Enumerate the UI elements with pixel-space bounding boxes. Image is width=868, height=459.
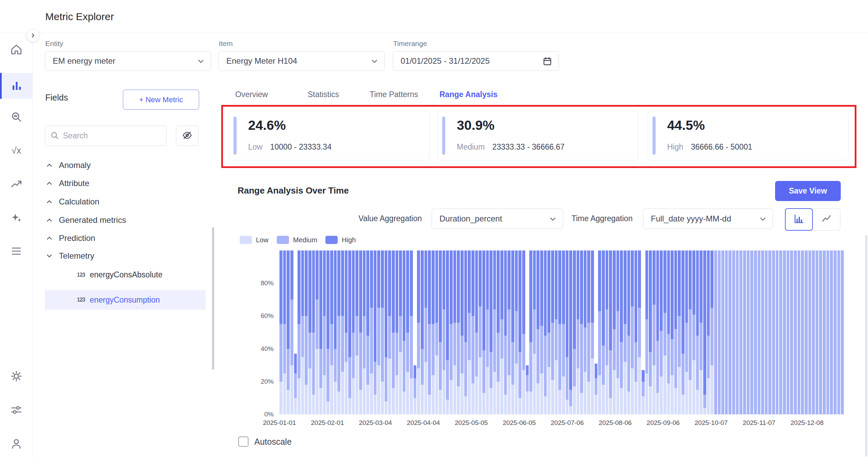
field-group-label: Generated metrics bbox=[59, 215, 126, 225]
stacked-bar bbox=[377, 250, 380, 414]
field-item-energyConsumption[interactable]: 123 energyConsumption bbox=[45, 290, 206, 310]
stacked-bar bbox=[692, 250, 695, 414]
stacked-bar bbox=[540, 250, 543, 414]
stacked-bar bbox=[765, 250, 768, 414]
timerange-picker[interactable]: 01/01/2025 - 31/12/2025 bbox=[393, 51, 559, 71]
stacked-bar bbox=[569, 250, 572, 414]
legend-item-medium[interactable]: Medium bbox=[277, 236, 317, 244]
chevron-down-icon bbox=[758, 215, 767, 226]
sidebar-item-metrics-active[interactable] bbox=[0, 73, 32, 99]
chevron-down-icon bbox=[370, 57, 379, 68]
stacked-bar bbox=[504, 250, 507, 414]
stacked-bar bbox=[580, 250, 583, 414]
trend-line-icon[interactable] bbox=[10, 178, 22, 190]
stacked-bar bbox=[500, 250, 503, 414]
time-aggregation-select[interactable]: Full_date yyyy-MM-dd bbox=[643, 209, 773, 229]
tab-time-patterns[interactable]: Time Patterns bbox=[370, 90, 418, 99]
eye-off-icon bbox=[182, 130, 192, 142]
stacked-bar bbox=[428, 250, 431, 414]
save-view-button[interactable]: Save View bbox=[775, 181, 841, 201]
chevron-down-icon bbox=[196, 57, 205, 68]
page-scrollbar[interactable] bbox=[865, 235, 867, 457]
tab-overview[interactable]: Overview bbox=[235, 90, 268, 99]
expand-sidebar-button[interactable] bbox=[27, 29, 39, 42]
chart-type-bar-button[interactable] bbox=[785, 208, 813, 231]
user-profile-icon[interactable] bbox=[10, 438, 22, 450]
stacked-bar bbox=[547, 250, 550, 414]
sparkles-icon[interactable] bbox=[10, 212, 22, 224]
stacked-bar bbox=[489, 250, 493, 414]
x-axis-tick: 2025-08-06 bbox=[599, 419, 632, 427]
stacked-bar bbox=[352, 250, 355, 414]
top-bar: Metric Explorer bbox=[0, 0, 868, 33]
home-icon[interactable] bbox=[10, 44, 22, 56]
stacked-bar bbox=[301, 250, 304, 414]
formula-sqrt-icon[interactable]: √x bbox=[10, 144, 22, 157]
stacked-bar bbox=[417, 250, 420, 414]
legend-swatch-low bbox=[240, 236, 252, 244]
chart-plot-area: 2025-01-012025-02-012025-03-042025-04-04… bbox=[279, 250, 844, 414]
field-item-label: energyConsumption bbox=[90, 295, 160, 305]
entity-select[interactable]: EM energy meter bbox=[45, 51, 211, 71]
search-icon bbox=[50, 131, 59, 141]
item-select[interactable]: Energy Meter H104 bbox=[219, 51, 385, 71]
stacked-bar bbox=[718, 250, 721, 414]
stacked-bar bbox=[435, 250, 438, 414]
card-accent-bar bbox=[442, 117, 445, 155]
stacked-bar bbox=[326, 250, 329, 414]
field-group-prediction[interactable]: Prediction bbox=[45, 231, 95, 245]
section-title: Range Analysis Over Time bbox=[238, 185, 349, 196]
stacked-bar bbox=[443, 250, 446, 414]
autoscale-checkbox[interactable] bbox=[238, 437, 248, 447]
item-value: Energy Meter H104 bbox=[226, 56, 297, 66]
list-menu-icon[interactable] bbox=[10, 245, 22, 257]
new-metric-button[interactable]: + New Metric bbox=[123, 90, 199, 110]
stacked-bar bbox=[323, 250, 326, 414]
stacked-bar bbox=[385, 250, 388, 414]
field-group-anomaly[interactable]: Anomaly bbox=[45, 158, 91, 172]
hide-fields-button[interactable] bbox=[176, 126, 198, 146]
anomaly-search-icon[interactable] bbox=[10, 111, 22, 123]
stacked-bar bbox=[710, 250, 713, 414]
range-percent: 44.5% bbox=[667, 118, 705, 133]
stacked-bar bbox=[518, 250, 521, 414]
stacked-bar bbox=[479, 250, 482, 414]
tab-statistics[interactable]: Statistics bbox=[308, 90, 339, 99]
stacked-bar bbox=[805, 250, 808, 414]
field-item-label: energyConsAbsolute bbox=[90, 270, 163, 279]
legend-item-high[interactable]: High bbox=[325, 236, 356, 244]
fields-panel-scrollbar[interactable] bbox=[212, 227, 214, 370]
stacked-bar bbox=[620, 250, 623, 414]
tab-range-analysis[interactable]: Range Analysis bbox=[439, 90, 497, 99]
x-axis-tick: 2025-05-05 bbox=[455, 419, 488, 427]
field-item-energyConsAbsolute[interactable]: 123 energyConsAbsolute bbox=[77, 270, 162, 279]
search-input[interactable] bbox=[63, 131, 161, 140]
value-aggregation-select[interactable]: Duration_percent bbox=[432, 209, 563, 229]
stacked-bar bbox=[725, 250, 728, 414]
range-label: High bbox=[667, 142, 683, 151]
chart-type-line-button[interactable] bbox=[813, 208, 840, 231]
settings-gear-icon[interactable] bbox=[10, 370, 22, 382]
stacked-bar bbox=[526, 250, 529, 414]
stacked-bar bbox=[341, 250, 344, 414]
field-group-telemetry[interactable]: Telemetry bbox=[45, 249, 94, 263]
field-group-attribute[interactable]: Attribute bbox=[45, 177, 89, 190]
time-aggregation-label: Time Aggregation bbox=[572, 214, 632, 223]
range-percent: 24.6% bbox=[248, 118, 286, 133]
stacked-bar bbox=[298, 250, 301, 414]
stacked-bar bbox=[555, 250, 558, 414]
stacked-bar bbox=[627, 250, 630, 414]
field-group-generated-metrics[interactable]: Generated metrics bbox=[45, 213, 126, 227]
sliders-tune-icon[interactable] bbox=[10, 404, 22, 416]
legend-item-low[interactable]: Low bbox=[240, 236, 269, 244]
stacked-bar bbox=[453, 250, 456, 414]
field-group-calculation[interactable]: Calculation bbox=[45, 195, 99, 209]
stacked-bar bbox=[768, 250, 771, 414]
stacked-bar bbox=[736, 250, 739, 414]
stacked-bar bbox=[758, 250, 761, 414]
value-aggregation-value: Duration_percent bbox=[439, 214, 502, 224]
stacked-bar bbox=[739, 250, 742, 414]
stacked-bar bbox=[345, 250, 348, 414]
numeric-field-icon: 123 bbox=[77, 297, 85, 303]
entity-value: EM energy meter bbox=[53, 56, 115, 66]
